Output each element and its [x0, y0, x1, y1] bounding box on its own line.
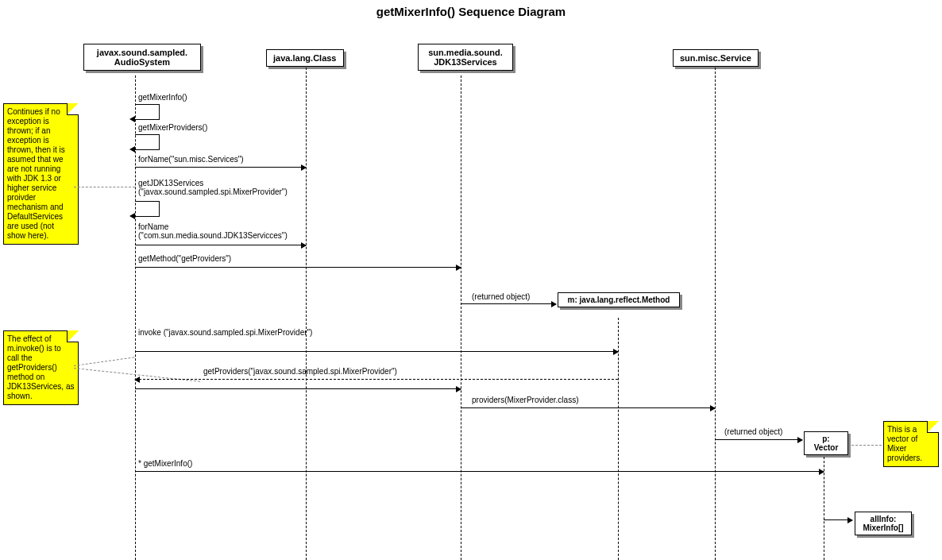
arrow-allinfo	[824, 519, 852, 520]
diagram-title: getMixerInfo() Sequence Diagram	[0, 5, 942, 18]
note-link-3	[844, 445, 882, 446]
msg-forname1: forName("sun.misc.Services")	[138, 155, 244, 164]
msg-getmethod: getMethod("getProviders")	[138, 254, 231, 263]
arrow-getproviders	[135, 388, 461, 389]
sequence-diagram: getMixerInfo() Sequence Diagram javax.so…	[0, 0, 942, 560]
arrow-getproviders-back	[135, 379, 618, 380]
msg-returned-m: (returned object)	[472, 292, 530, 301]
lifeline-service: sun.misc.Service	[673, 49, 759, 67]
arrow-star-getmixerinfo	[135, 471, 824, 472]
object-p: p: Vector	[804, 431, 848, 455]
msg-returned-p: (returned object)	[724, 427, 782, 436]
note-invoke: The effect of m.invoke() is to call the …	[3, 330, 79, 405]
arrow-forname2	[135, 245, 306, 245]
arrow-invoke	[135, 351, 618, 352]
note-vector: This is a vector of Mixer providers.	[883, 421, 939, 467]
arrow-returned-p	[715, 439, 802, 440]
arrow-returned-m	[461, 303, 556, 304]
object-allinfo: allInfo: MixerInfo[]	[855, 512, 912, 535]
msg-forname2: forName ("com.sun.media.sound.JDK13Servi…	[138, 222, 309, 240]
msg-getproviders: getProviders("javax.sound.sampled.spi.Mi…	[203, 367, 397, 376]
lifeline-class: java.lang.Class	[266, 49, 344, 67]
lifeline-line-jdk13	[461, 75, 461, 560]
msg-getmixerinfo: getMixerInfo()	[138, 93, 187, 102]
arrow-getmethod	[135, 267, 461, 268]
self-arrow-3	[135, 201, 160, 217]
lifeline-audiosystem: javax.sound.sampled. AudioSystem	[83, 44, 201, 71]
msg-star-getmixerinfo: * getMixerInfo()	[138, 459, 192, 468]
msg-getjdk13: getJDK13Services ("javax.sound.sampled.s…	[138, 179, 305, 196]
lifeline-jdk13: sun.media.sound. JDK13Services	[418, 44, 513, 71]
note-link-1	[74, 187, 135, 187]
object-m: m: java.lang.reflect.Method	[558, 292, 680, 307]
arrow-forname1	[135, 167, 306, 168]
self-arrow-1	[135, 104, 160, 120]
arrow-providers	[461, 407, 715, 408]
msg-providers: providers(MixerProvider.class)	[472, 396, 578, 404]
self-arrow-2	[135, 134, 160, 150]
lifeline-line-class	[306, 68, 307, 560]
lifeline-line-service	[715, 68, 716, 560]
note-link-2a	[74, 357, 134, 366]
msg-getmixerproviders: getMixerProviders()	[138, 123, 207, 132]
msg-invoke: invoke ("javax.sound.sampled.spi.MixerPr…	[138, 328, 313, 337]
note-exception: Continues if no exception is thrown; if …	[3, 103, 79, 245]
